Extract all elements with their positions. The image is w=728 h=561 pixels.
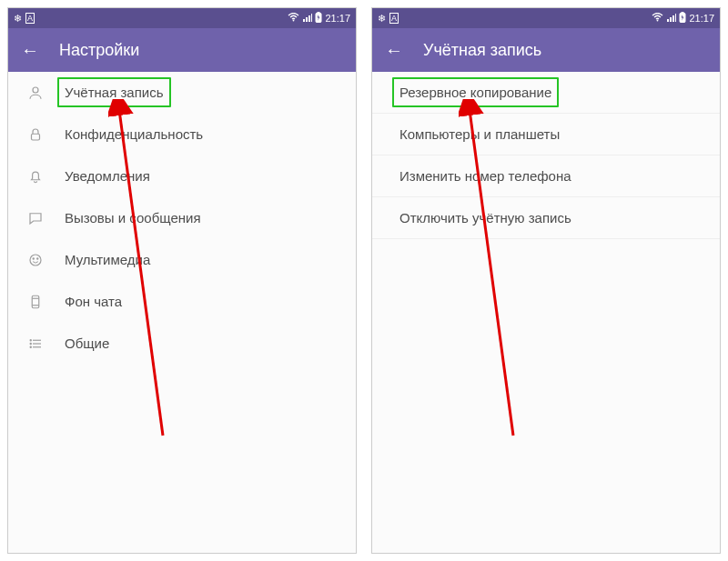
user-icon	[26, 84, 45, 102]
status-bar: ❄ A 21:17	[8, 8, 356, 28]
settings-item-account[interactable]: Учётная запись	[8, 72, 356, 114]
svg-point-7	[37, 257, 38, 258]
signal-icon	[302, 13, 312, 24]
svg-rect-2	[318, 12, 320, 14]
app-bar: ← Учётная запись	[372, 28, 720, 72]
status-icon: ❄	[378, 13, 386, 25]
phone-screen-settings: ❄ A 21:17 ← Настройки Учётная запись	[7, 7, 357, 554]
item-label: Изменить номер телефона	[399, 168, 571, 184]
status-bar: ❄ A 21:17	[372, 8, 720, 28]
item-label: Конфиденциальность	[65, 126, 203, 142]
phone-screen-account: ❄ A 21:17 ← Учётная запись Резервное коп…	[371, 7, 721, 554]
settings-item-privacy[interactable]: Конфиденциальность	[8, 114, 356, 155]
item-label: Уведомления	[65, 168, 150, 184]
item-label: Вызовы и сообщения	[65, 210, 201, 225]
page-title: Учётная запись	[423, 41, 541, 60]
settings-item-general[interactable]: Общие	[8, 323, 356, 365]
wifi-icon	[288, 13, 299, 24]
status-icon: A	[25, 13, 35, 24]
status-icon: A	[389, 13, 399, 24]
svg-point-0	[293, 20, 295, 22]
wifi-icon	[652, 13, 663, 24]
account-item-deactivate[interactable]: Отключить учётную запись	[372, 197, 720, 239]
highlight-box	[392, 77, 559, 107]
app-bar: ← Настройки	[8, 28, 356, 72]
item-label: Общие	[65, 336, 109, 351]
bell-icon	[26, 167, 45, 185]
svg-point-16	[30, 346, 31, 347]
smile-icon	[26, 251, 45, 269]
lock-icon	[26, 125, 45, 144]
status-time: 21:17	[325, 13, 350, 24]
settings-item-calls-messages[interactable]: Вызовы и сообщения	[8, 197, 356, 239]
chat-icon	[26, 209, 45, 227]
svg-point-5	[30, 255, 41, 265]
battery-icon	[315, 12, 322, 25]
back-icon[interactable]: ←	[21, 41, 39, 59]
settings-item-media[interactable]: Мультимедиа	[8, 239, 356, 281]
battery-icon	[679, 12, 686, 25]
svg-rect-20	[682, 12, 684, 14]
status-icon: ❄	[14, 13, 22, 25]
svg-rect-8	[32, 296, 39, 308]
svg-point-14	[30, 339, 31, 340]
signal-icon	[666, 13, 676, 24]
svg-point-18	[657, 20, 659, 22]
settings-item-chat-background[interactable]: Фон чата	[8, 281, 356, 323]
account-item-change-number[interactable]: Изменить номер телефона	[372, 155, 720, 197]
item-label: Отключить учётную запись	[399, 210, 571, 225]
back-icon[interactable]: ←	[385, 41, 403, 59]
phone-bg-icon	[26, 293, 45, 311]
item-label: Фон чата	[65, 294, 122, 309]
account-item-devices[interactable]: Компьютеры и планшеты	[372, 114, 720, 155]
account-item-backup[interactable]: Резервное копирование	[372, 72, 720, 114]
svg-point-15	[30, 343, 31, 344]
item-label: Компьютеры и планшеты	[399, 126, 560, 142]
svg-point-3	[33, 87, 38, 93]
status-time: 21:17	[689, 13, 714, 24]
page-title: Настройки	[59, 41, 139, 60]
list-icon	[26, 335, 45, 353]
highlight-box	[57, 77, 171, 107]
item-label: Мультимедиа	[65, 252, 150, 267]
settings-list: Учётная запись Конфиденциальность Уведом…	[8, 72, 356, 553]
svg-point-6	[33, 257, 34, 258]
settings-item-notifications[interactable]: Уведомления	[8, 155, 356, 197]
account-list: Резервное копирование Компьютеры и планш…	[372, 72, 720, 553]
svg-rect-4	[32, 134, 40, 140]
